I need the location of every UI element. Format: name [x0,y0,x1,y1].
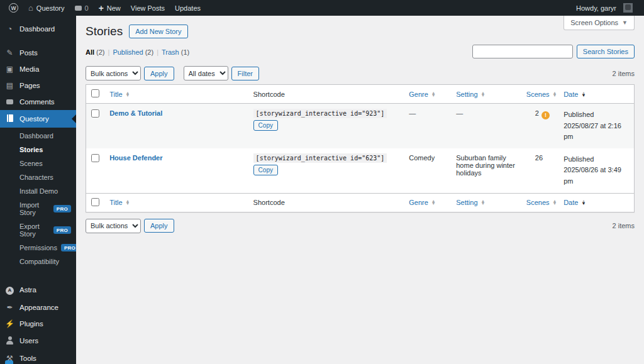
plugin-icon [5,360,13,364]
bulk-actions-select-bottom[interactable]: Bulk actions [86,219,141,233]
submenu-label: Install Demo [19,187,58,195]
wordpress-logo-menu[interactable]: W [4,0,23,16]
setting-value: — [456,109,463,117]
search-form: Search Stories [472,45,635,58]
chevron-down-icon: ▼ [622,19,628,26]
pin-icon: ✎ [5,49,14,57]
comments-icon [5,98,14,106]
sort-setting-header[interactable]: Setting▲▼ [456,199,485,206]
updates-link[interactable]: Updates [170,0,206,16]
sidebar-item-dashboard[interactable]: ◔ Dashboard [0,21,76,37]
sort-icon: ▲▼ [481,92,486,97]
sort-setting-header[interactable]: Setting▲▼ [456,91,485,98]
story-title-link[interactable]: Demo & Tutorial [109,109,162,117]
updates-label: Updates [175,4,201,12]
stories-table: Title▲▼ Shortcode Genre▲▼ Setting▲▼ Scen… [86,84,635,212]
filter-trash[interactable]: Trash(1) [162,48,189,56]
sidebar-item-label: Comments [19,98,55,106]
plus-icon: + [99,4,104,13]
comments-link[interactable]: 0 [70,0,94,16]
copy-shortcode-button[interactable]: Copy [253,165,278,175]
shortcode-header: Shortcode [253,199,285,206]
row-checkbox[interactable] [91,154,99,162]
account-menu[interactable]: Howdy, garyr [571,0,638,16]
search-input[interactable] [472,45,573,58]
submenu-item-dashboard[interactable]: Dashboard [0,129,76,143]
column-label: Title [109,91,122,98]
submenu-item-characters[interactable]: Characters [0,170,76,184]
sort-icon: ▲▼ [553,92,557,97]
new-content-menu[interactable]: + New [94,0,126,16]
sidebar-item-media[interactable]: ▣ Media [0,61,76,77]
filter-all[interactable]: All(2) [86,48,105,56]
submenu-item-export-story[interactable]: Export Story PRO [0,219,76,241]
submenu-label: Scenes [19,160,43,167]
filter-separator: | [157,48,158,56]
submenu-label: Stories [19,146,43,153]
submenu-item-permissions[interactable]: Permissions PRO [0,241,76,255]
select-all-checkbox[interactable] [91,89,99,97]
sort-genre-header[interactable]: Genre▲▼ [409,199,436,206]
sort-genre-header[interactable]: Genre▲▼ [409,91,436,98]
sort-icon: ▲▼ [431,200,436,205]
submenu-item-stories[interactable]: Stories [0,143,76,157]
sidebar-item-appearance[interactable]: ✒ Appearance [0,299,76,316]
select-all-checkbox[interactable] [91,198,99,206]
filter-button[interactable]: Filter [231,67,259,80]
bulk-actions-select[interactable]: Bulk actions [86,66,141,80]
submenu-item-compatibility[interactable]: Compatibility [0,255,76,268]
sidebar-item-posts[interactable]: ✎ Posts [0,45,76,61]
view-posts-link[interactable]: View Posts [126,0,170,16]
sidebar-item-label: Astra [19,286,36,294]
submenu-item-scenes[interactable]: Scenes [0,157,76,170]
pro-badge: PRO [53,226,71,234]
genre-value: — [409,109,416,117]
sort-scenes-header[interactable]: Scenes▲▼ [526,199,557,206]
submenu-item-import-story[interactable]: Import Story PRO [0,198,76,219]
search-stories-button[interactable]: Search Stories [577,45,635,58]
column-label: Scenes [526,91,550,98]
submenu-label: Dashboard [19,132,53,140]
filter-count: (2) [145,48,153,56]
page-title: Stories [86,25,123,38]
sidebar-item-users[interactable]: Users [0,332,76,350]
scenes-count: 26 [535,154,543,162]
sort-title-header[interactable]: Title▲▼ [109,199,130,206]
sort-date-header[interactable]: Date▲▼ [564,199,586,206]
sort-date-header[interactable]: Date▲▼ [564,91,586,98]
column-label: Genre [409,199,428,206]
sidebar-item-plugins[interactable]: ⚡ Plugins [0,316,76,332]
warning-icon: ! [541,111,550,119]
sidebar-item-astra[interactable]: A Astra [0,281,76,299]
screen-options-button[interactable]: Screen Options ▼ [564,16,635,30]
sort-scenes-header[interactable]: Scenes▲▼ [526,91,557,98]
column-label: Setting [456,199,477,206]
add-new-story-button[interactable]: Add New Story [129,25,187,38]
sidebar-item-comments[interactable]: Comments [0,94,76,110]
filter-label: Published [113,48,143,56]
apply-button-bottom[interactable]: Apply [144,219,174,233]
story-title-link[interactable]: House Defender [109,154,162,162]
filter-published[interactable]: Published(2) [113,48,153,56]
filter-label: Trash [162,48,179,56]
status-value: Published [564,154,629,165]
plug-icon: ⚡ [5,320,14,328]
submenu-label: Import Story [19,201,50,216]
sidebar-item-partial[interactable] [0,360,76,364]
column-label: Title [109,199,122,206]
row-checkbox[interactable] [91,109,99,118]
comment-bubble-icon [75,6,82,11]
apply-button[interactable]: Apply [144,67,174,80]
submenu-label: Export Story [19,223,50,238]
items-count-top: 2 items [613,70,635,77]
date-value: 2025/08/26 at 3:49 pm [564,165,629,187]
site-name-link[interactable]: ⌂ Questory [23,0,70,16]
sort-title-header[interactable]: Title▲▼ [109,91,130,98]
submenu-item-install-demo[interactable]: Install Demo [0,184,76,198]
date-filter-select[interactable]: All dates [184,66,228,80]
sidebar-item-label: Users [19,337,38,345]
sidebar-item-questory[interactable]: Questory [0,110,76,128]
pro-badge: PRO [53,205,71,212]
sidebar-item-pages[interactable]: ▤ Pages [0,77,76,94]
copy-shortcode-button[interactable]: Copy [253,120,278,131]
